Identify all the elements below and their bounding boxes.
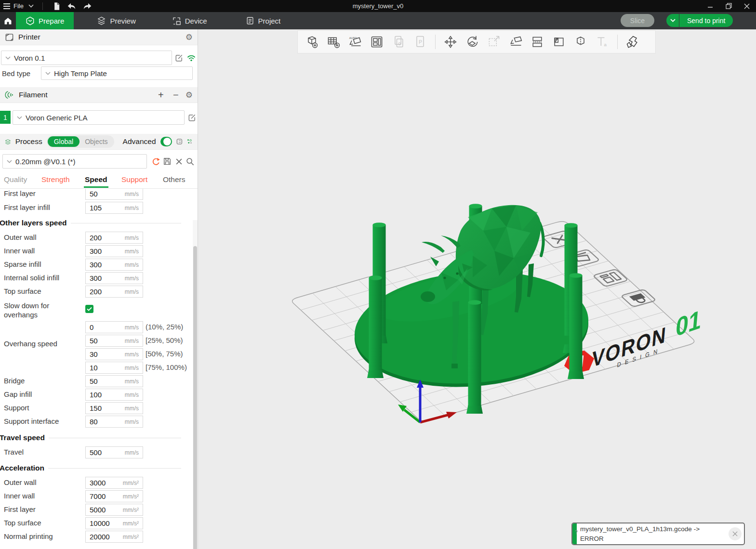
filament-slot-badge[interactable]: 1 xyxy=(0,111,11,124)
support-interface-speed-input[interactable]: 80mm/s xyxy=(85,416,143,428)
travel-speed-input[interactable]: 500mm/s xyxy=(85,446,143,458)
remove-filament-button[interactable]: − xyxy=(171,90,181,100)
close-button[interactable] xyxy=(738,0,756,12)
printer-connection-button[interactable] xyxy=(186,52,197,63)
home-button[interactable] xyxy=(0,12,16,29)
tab-device[interactable]: Device xyxy=(162,12,217,29)
split-to-objects-button[interactable] xyxy=(551,34,567,50)
filament-settings-gear-icon[interactable]: ⚙ xyxy=(186,91,193,99)
overhang-speed-input-3[interactable]: 30mm/s xyxy=(85,348,143,360)
tab-preview[interactable]: Preview xyxy=(87,12,145,29)
main-menu-button[interactable]: File xyxy=(3,2,24,10)
toast-close-button[interactable] xyxy=(729,527,742,540)
tab-speed[interactable]: Speed xyxy=(85,175,107,184)
clear-profile-button[interactable] xyxy=(173,156,184,167)
setting-row: First layer 50mm/s xyxy=(0,189,193,200)
overhang-speed-input-1[interactable]: 0mm/s xyxy=(85,321,143,333)
first-layer-accel-input[interactable]: 5000mm/s² xyxy=(85,504,143,516)
scale-button[interactable] xyxy=(486,34,502,50)
param-list-icon[interactable] xyxy=(176,137,183,146)
sparse-infill-speed-input[interactable]: 300mm/s xyxy=(85,259,143,271)
edit-filament-button[interactable] xyxy=(186,112,197,123)
first-layer-infill-speed-input[interactable]: 105mm/s xyxy=(85,202,143,214)
process-scope-toggle[interactable]: Global Objects xyxy=(47,135,114,148)
overhang-speed-input-2[interactable]: 50mm/s xyxy=(85,335,143,347)
paste-button[interactable]: P xyxy=(412,34,428,50)
tab-strength[interactable]: Strength xyxy=(41,175,70,184)
reset-profile-button[interactable] xyxy=(150,156,161,167)
tab-prepare[interactable]: Prepare xyxy=(16,12,74,29)
tab-quality[interactable]: Quality xyxy=(4,175,27,184)
setting-row: Top surface 200mm/s xyxy=(0,286,193,298)
lay-on-face-button[interactable] xyxy=(507,34,524,50)
reset-icon xyxy=(151,157,160,166)
top-surface-accel-input[interactable]: 10000mm/s² xyxy=(85,517,143,529)
restore-button[interactable] xyxy=(719,0,738,12)
support-speed-input[interactable]: 150mm/s xyxy=(85,402,143,414)
plate-number-text: 01 xyxy=(675,304,703,342)
split-to-plates-button[interactable] xyxy=(529,34,545,50)
setting-row: Support 150mm/s xyxy=(0,402,193,415)
scrollbar-thumb[interactable] xyxy=(193,246,197,549)
chevron-down-icon xyxy=(17,116,22,119)
chevron-down-icon[interactable] xyxy=(28,4,34,8)
inner-wall-accel-input[interactable]: 7000mm/s² xyxy=(85,490,143,502)
printer-icon xyxy=(5,33,14,42)
bridge-speed-input[interactable]: 50mm/s xyxy=(85,375,143,387)
viewport-3d[interactable]: VORON DESIGN 01 xyxy=(198,29,756,549)
auto-orient-button[interactable]: AUTO xyxy=(347,34,363,50)
speed-settings-list: First layer 50mm/s First layer infill 10… xyxy=(0,189,193,549)
split-to-plates-icon xyxy=(530,35,544,49)
scope-objects[interactable]: Objects xyxy=(80,138,113,145)
edit-icon xyxy=(174,53,184,63)
gap-infill-speed-input[interactable]: 100mm/s xyxy=(85,389,143,401)
add-filament-button[interactable]: + xyxy=(156,90,166,100)
tab-support[interactable]: Support xyxy=(121,175,147,184)
copy-button[interactable]: 0 xyxy=(390,34,407,50)
outer-wall-accel-input[interactable]: 3000mm/s² xyxy=(85,477,143,489)
slice-button[interactable]: Slice xyxy=(621,14,654,27)
search-settings-button[interactable] xyxy=(185,156,195,167)
param-tree-icon[interactable] xyxy=(186,137,193,146)
filament-select[interactable]: Voron Generic PLA xyxy=(13,110,185,125)
sidebar-scrollbar[interactable] xyxy=(193,220,198,549)
printer-select[interactable]: Voron 0.1 xyxy=(1,51,172,65)
send-options-button[interactable] xyxy=(666,14,679,27)
assembly-icon xyxy=(625,35,640,49)
add-plate-button[interactable] xyxy=(325,34,342,50)
bed-type-select[interactable]: High Temp Plate xyxy=(41,66,193,80)
search-icon xyxy=(186,157,195,166)
edit-printer-button[interactable] xyxy=(173,52,184,63)
scope-global[interactable]: Global xyxy=(48,136,80,147)
top-surface-speed-input[interactable]: 200mm/s xyxy=(85,286,143,298)
tab-others[interactable]: Others xyxy=(163,175,186,184)
filament-section-header: Filament + − ⚙ xyxy=(0,87,198,103)
process-profile-select[interactable]: 0.20mm @V0.1 (*) xyxy=(2,154,147,169)
assembly-view-button[interactable] xyxy=(624,34,641,50)
add-model-button[interactable] xyxy=(304,34,320,50)
undo-icon[interactable] xyxy=(66,1,77,11)
outer-wall-speed-input[interactable]: 200mm/s xyxy=(85,232,143,244)
first-layer-speed-input[interactable]: 50mm/s xyxy=(85,189,143,200)
move-button[interactable] xyxy=(442,34,459,50)
rotate-button[interactable] xyxy=(464,34,480,50)
redo-icon[interactable] xyxy=(82,1,93,11)
setting-label: Slow down for overhangs xyxy=(4,301,76,320)
tab-project[interactable]: Project xyxy=(236,12,291,29)
hamburger-icon xyxy=(3,3,11,10)
normal-printing-accel-input[interactable]: 20000mm/s² xyxy=(85,531,143,543)
overhang-speed-input-4[interactable]: 10mm/s xyxy=(85,362,143,374)
save-profile-button[interactable] xyxy=(162,156,172,167)
arrange-button[interactable] xyxy=(369,34,385,50)
filament-name: Voron Generic PLA xyxy=(26,114,87,122)
send-to-print-button[interactable]: Send to print xyxy=(679,14,733,27)
text-tool-button[interactable]: a xyxy=(594,34,610,50)
split-to-parts-button[interactable] xyxy=(572,34,589,50)
new-project-icon[interactable] xyxy=(52,1,61,11)
minimize-button[interactable] xyxy=(701,0,719,12)
advanced-toggle[interactable] xyxy=(160,137,172,146)
printer-settings-gear-icon[interactable]: ⚙ xyxy=(186,33,193,41)
inner-wall-speed-input[interactable]: 300mm/s xyxy=(85,245,143,257)
slow-down-overhangs-checkbox[interactable] xyxy=(85,305,93,313)
internal-solid-infill-speed-input[interactable]: 300mm/s xyxy=(85,272,143,284)
